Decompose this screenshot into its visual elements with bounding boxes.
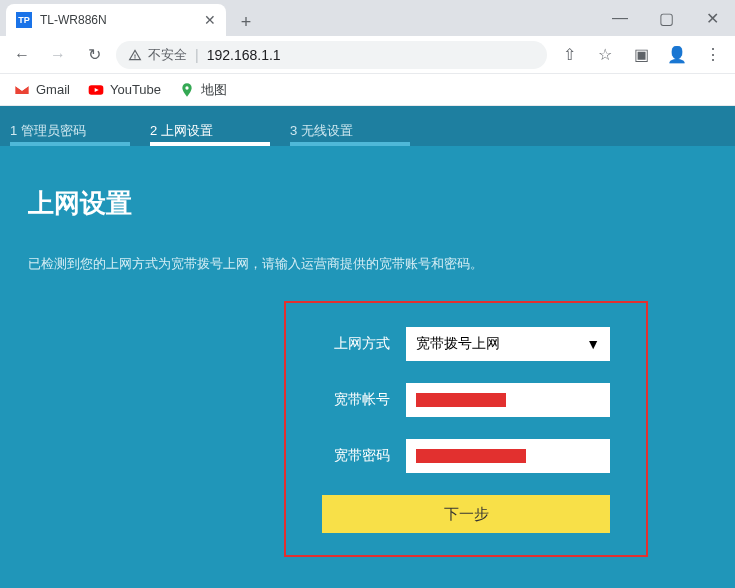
warning-icon [128,48,142,62]
forward-button[interactable]: → [44,41,72,69]
tab-title: TL-WR886N [40,13,107,27]
browser-tab[interactable]: TP TL-WR886N ✕ [6,4,226,36]
chevron-down-icon: ▼ [586,336,600,352]
window-close-icon[interactable]: ✕ [689,0,735,36]
share-icon[interactable]: ⇧ [555,41,583,69]
label-password: 宽带密码 [322,447,390,465]
row-password: 宽带密码 . [322,439,610,473]
bookmark-star-icon[interactable]: ☆ [591,41,619,69]
bookmark-gmail[interactable]: Gmail [14,82,70,98]
step-wireless-settings[interactable]: 3 无线设置 [280,106,420,146]
tab-close-icon[interactable]: ✕ [204,12,216,28]
select-connection-type[interactable]: 宽带拨号上网 ▼ [406,327,610,361]
youtube-icon [88,82,104,98]
tab-favicon: TP [16,12,32,28]
omnibox-separator: | [195,47,199,63]
bookmarks-bar: Gmail YouTube 地图 [0,74,735,106]
security-indicator[interactable]: 不安全 [128,46,187,64]
insecure-label: 不安全 [148,46,187,64]
select-value: 宽带拨号上网 [416,335,500,353]
reload-button[interactable]: ↻ [80,41,108,69]
step-admin-password[interactable]: 1 管理员密码 [0,106,140,146]
window-controls: — ▢ ✕ [597,0,735,36]
redacted-value: . [416,393,506,407]
router-page: 1 管理员密码 2 上网设置 3 无线设置 上网设置 已检测到您的上网方式为宽带… [0,106,735,588]
row-connection-type: 上网方式 宽带拨号上网 ▼ [322,327,610,361]
address-bar: ← → ↻ 不安全 | 192.168.1.1 ⇧ ☆ ▣ 👤 ⋮ [0,36,735,74]
wizard-steps: 1 管理员密码 2 上网设置 3 无线设置 [0,106,735,146]
bookmark-label: YouTube [110,82,161,97]
label-username: 宽带帐号 [322,391,390,409]
bookmark-youtube[interactable]: YouTube [88,82,161,98]
omnibox[interactable]: 不安全 | 192.168.1.1 [116,41,547,69]
gmail-icon [14,82,30,98]
browser-titlebar: TP TL-WR886N ✕ + — ▢ ✕ [0,0,735,36]
next-button[interactable]: 下一步 [322,495,610,533]
extensions-icon[interactable]: ▣ [627,41,655,69]
bookmark-maps[interactable]: 地图 [179,81,227,99]
maps-icon [179,82,195,98]
new-tab-button[interactable]: + [232,8,260,36]
bookmark-label: Gmail [36,82,70,97]
page-description: 已检测到您的上网方式为宽带拨号上网，请输入运营商提供的宽带账号和密码。 [28,255,707,273]
row-username: 宽带帐号 . [322,383,610,417]
window-minimize-icon[interactable]: — [597,0,643,36]
svg-point-1 [185,86,188,89]
page-title: 上网设置 [28,186,707,221]
input-password[interactable]: . [406,439,610,473]
profile-icon[interactable]: 👤 [663,41,691,69]
bookmark-label: 地图 [201,81,227,99]
label-connection-type: 上网方式 [322,335,390,353]
menu-icon[interactable]: ⋮ [699,41,727,69]
window-maximize-icon[interactable]: ▢ [643,0,689,36]
input-username[interactable]: . [406,383,610,417]
settings-form: 上网方式 宽带拨号上网 ▼ 宽带帐号 . 宽带密码 . 下一步 [284,301,648,557]
back-button[interactable]: ← [8,41,36,69]
page-content: 上网设置 已检测到您的上网方式为宽带拨号上网，请输入运营商提供的宽带账号和密码。… [0,146,735,557]
redacted-value: . [416,449,526,463]
url-text: 192.168.1.1 [207,47,281,63]
step-internet-settings[interactable]: 2 上网设置 [140,106,280,146]
